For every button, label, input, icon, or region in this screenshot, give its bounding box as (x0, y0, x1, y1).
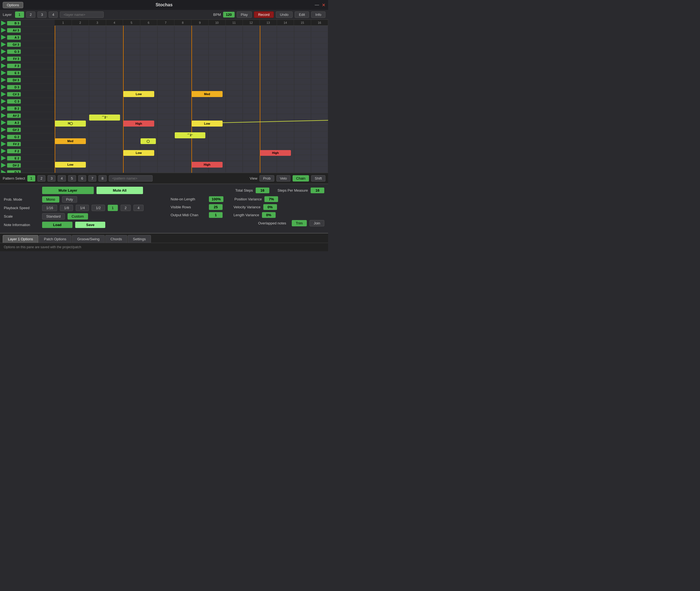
grid-cell[interactable] (294, 126, 311, 131)
grid-cell[interactable] (55, 114, 72, 120)
grid-cell[interactable] (89, 44, 106, 49)
minimize-button[interactable]: — (315, 2, 319, 8)
grid-cell[interactable] (140, 108, 157, 114)
grid-cell[interactable] (175, 108, 191, 114)
grid-cell[interactable] (89, 149, 106, 155)
speed-1-16[interactable]: 1/16 (42, 205, 57, 211)
grid-cell[interactable] (140, 67, 157, 73)
grid-cell[interactable] (243, 44, 260, 49)
grid-cell[interactable] (175, 114, 191, 120)
grid-cell[interactable] (243, 167, 260, 173)
grid-cell[interactable] (191, 44, 209, 49)
grid-cell[interactable] (140, 114, 157, 120)
grid-cell[interactable] (311, 67, 328, 73)
grid-cell[interactable] (140, 79, 157, 84)
grid-cell[interactable] (294, 26, 311, 31)
grid-cell[interactable] (260, 161, 277, 167)
grid-cell[interactable] (243, 114, 260, 120)
grid-cell[interactable] (277, 61, 294, 67)
grid-cell[interactable] (89, 67, 106, 73)
grid-cell[interactable] (294, 44, 311, 49)
note-play-btn[interactable] (1, 142, 6, 146)
view-shift-button[interactable]: Shift (311, 175, 325, 182)
grid-cell[interactable] (89, 84, 106, 90)
grid-cell[interactable] (243, 126, 260, 131)
grid-cell[interactable] (209, 73, 226, 78)
grid-cell[interactable] (123, 84, 140, 90)
grid-cell[interactable] (191, 108, 209, 114)
grid-cell[interactable] (157, 67, 175, 73)
grid-cell[interactable] (157, 108, 175, 114)
grid-cell[interactable] (260, 90, 277, 96)
note-play-btn[interactable] (1, 49, 6, 54)
grid-cell[interactable] (175, 149, 191, 155)
note-play-btn[interactable] (1, 35, 6, 40)
grid-cell[interactable] (311, 102, 328, 108)
grid-cell[interactable] (123, 26, 140, 31)
grid-cell[interactable] (191, 38, 209, 43)
grid-cell[interactable] (106, 155, 123, 161)
grid-cell[interactable] (72, 44, 89, 49)
grid-cell[interactable] (157, 120, 175, 126)
note-play-btn[interactable] (1, 99, 6, 104)
tab-chords[interactable]: Chords (105, 235, 127, 243)
grid-cell[interactable] (72, 114, 89, 120)
grid-cell[interactable] (243, 38, 260, 43)
grid-cell[interactable] (311, 55, 328, 61)
grid-cell[interactable] (191, 167, 209, 173)
note-play-btn[interactable] (1, 78, 6, 82)
grid-cell[interactable] (226, 108, 243, 114)
grid-cell[interactable] (55, 155, 72, 161)
grid-cell[interactable] (89, 102, 106, 108)
grid-cell[interactable] (89, 90, 106, 96)
grid-cell[interactable] (157, 32, 175, 38)
play-button[interactable]: Play (237, 11, 252, 18)
grid-cell[interactable] (294, 84, 311, 90)
grid-cell[interactable] (226, 137, 243, 143)
speed-1-2[interactable]: 1/2 (91, 205, 105, 211)
grid-cell[interactable] (209, 67, 226, 73)
note-play-btn[interactable] (1, 56, 6, 61)
grid-cell[interactable] (191, 126, 209, 131)
grid-cell[interactable] (260, 108, 277, 114)
grid-cell[interactable] (277, 26, 294, 31)
grid-cell[interactable] (260, 67, 277, 73)
grid-cell[interactable] (260, 120, 277, 126)
grid-cell[interactable] (226, 167, 243, 173)
grid-cell[interactable] (260, 73, 277, 78)
grid-cell[interactable] (191, 96, 209, 102)
standard-button[interactable]: Standard (42, 213, 65, 219)
note-play-btn[interactable] (1, 85, 6, 90)
grid-cell[interactable] (277, 79, 294, 84)
grid-cell[interactable] (55, 131, 72, 137)
grid-cell[interactable] (243, 143, 260, 149)
grid-cell[interactable] (106, 61, 123, 67)
grid-cell[interactable] (106, 90, 123, 96)
grid-cell[interactable] (294, 90, 311, 96)
grid-cell[interactable] (243, 137, 260, 143)
grid-cell[interactable] (106, 120, 123, 126)
grid-cell[interactable] (55, 149, 72, 155)
poly-button[interactable]: Poly (62, 196, 77, 203)
grid-cell[interactable] (140, 84, 157, 90)
grid-cell[interactable] (106, 96, 123, 102)
grid-cell[interactable] (157, 49, 175, 55)
grid-cell[interactable] (260, 143, 277, 149)
grid-cell[interactable] (226, 114, 243, 120)
grid-cell[interactable] (226, 49, 243, 55)
grid-cell[interactable] (140, 55, 157, 61)
grid-cell[interactable] (89, 61, 106, 67)
grid-cell[interactable] (55, 79, 72, 84)
grid-cell[interactable] (277, 161, 294, 167)
grid-cell[interactable] (157, 90, 175, 96)
view-velo-button[interactable]: Velo (276, 175, 291, 182)
grid-cell[interactable] (55, 49, 72, 55)
grid-cell[interactable] (243, 61, 260, 67)
mute-all-button[interactable]: Mute All (97, 187, 143, 194)
grid-cell[interactable] (243, 84, 260, 90)
grid-cell[interactable] (243, 49, 260, 55)
grid-cell[interactable] (123, 55, 140, 61)
grid-cell[interactable] (123, 155, 140, 161)
grid-cell[interactable] (243, 102, 260, 108)
grid-cell[interactable] (277, 167, 294, 173)
